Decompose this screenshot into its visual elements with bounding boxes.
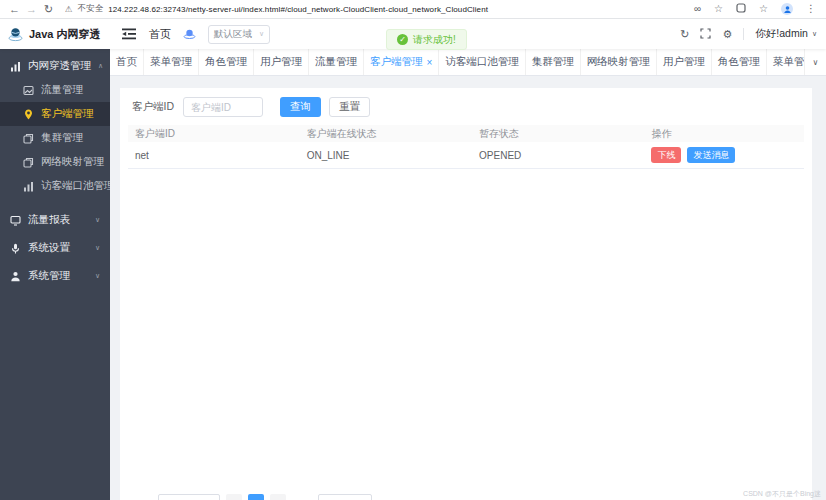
tab-user-management[interactable]: 用户管理	[254, 49, 309, 75]
monitor-icon	[10, 215, 21, 226]
cell-actions: 下线 发送消息	[644, 147, 804, 163]
cell-client-id: net	[128, 150, 300, 161]
tab-network-mapping-management[interactable]: 网络映射管理	[581, 49, 657, 75]
sidebar-item-label: 客户端管理	[41, 107, 94, 121]
tab-role-management[interactable]: 角色管理	[199, 49, 254, 75]
region-select-value: 默认区域	[214, 28, 252, 41]
sidebar: 内网穿透管理 ∧ 流量管理 客户端管理 集群管理 网络映射管理 访客端口池管理 …	[0, 49, 110, 500]
refresh-icon[interactable]: ↻	[680, 29, 689, 40]
chevron-down-icon: ∨	[95, 216, 100, 224]
bookmark-star-icon[interactable]: ☆	[714, 4, 723, 14]
sidebar-item-label: 网络映射管理	[41, 155, 104, 169]
current-page-button[interactable]	[248, 494, 264, 500]
chevron-down-icon: ∨	[259, 30, 264, 38]
sidebar-group-intranet[interactable]: 内网穿透管理 ∧	[0, 54, 110, 78]
link-icon[interactable]: ∞	[694, 4, 701, 14]
greeting-text: 你好!admin	[755, 27, 808, 41]
chevron-up-icon: ∧	[98, 62, 103, 70]
watermark: CSDN @不只是个Bing迷	[743, 489, 821, 499]
browser-reload-icon[interactable]: ↻	[40, 3, 57, 16]
security-label: 不安全	[78, 3, 104, 15]
sidebar-group-system-settings[interactable]: 系统设置 ∨	[0, 234, 110, 262]
tab-role-management-2[interactable]: 角色管理	[712, 49, 767, 75]
sidebar-group-label: 系统管理	[28, 269, 70, 283]
tab-home[interactable]: 首页	[110, 49, 144, 75]
sidebar-item-port-pool[interactable]: 访客端口池管理	[0, 174, 110, 198]
client-table: 客户端ID 客户端在线状态 暂存状态 操作 net ON_LINE OPENED…	[128, 125, 804, 169]
app-title: Java 内网穿透	[29, 27, 101, 42]
user-menu[interactable]: 你好!admin ∨	[755, 27, 817, 41]
sidebar-item-label: 访客端口池管理	[41, 179, 115, 193]
sidebar-group-traffic-report[interactable]: 流量报表 ∨	[0, 206, 110, 234]
tab-client-management[interactable]: 客户端管理 ×	[364, 49, 439, 75]
app-brand: Java 内网穿透	[0, 26, 110, 43]
col-stash-status: 暂存状态	[472, 127, 644, 141]
chevron-down-icon: ∨	[95, 244, 100, 252]
table-header: 客户端ID 客户端在线状态 暂存状态 操作	[128, 125, 804, 142]
sidebar-group-label: 内网穿透管理	[28, 59, 91, 73]
tab-traffic-management[interactable]: 流量管理	[309, 49, 364, 75]
location-pin-icon	[23, 109, 34, 120]
prev-page-button[interactable]	[226, 494, 242, 500]
search-form: 客户端ID 查询 重置	[120, 88, 812, 125]
reset-button[interactable]: 重置	[329, 97, 370, 117]
send-message-button[interactable]: 发送消息	[687, 147, 735, 163]
sidebar-item-cluster[interactable]: 集群管理	[0, 126, 110, 150]
tab-user-management-2[interactable]: 用户管理	[657, 49, 712, 75]
bar-chart-icon	[10, 61, 21, 72]
profile-avatar[interactable]	[781, 3, 793, 15]
sidebar-item-traffic[interactable]: 流量管理	[0, 78, 110, 102]
cell-online-status: ON_LINE	[300, 150, 472, 161]
sidebar-item-client[interactable]: 客户端管理	[0, 102, 110, 126]
tab-close-icon[interactable]: ×	[427, 57, 433, 68]
success-toast: ✓ 请求成功!	[386, 29, 467, 50]
screen: { "icons": { "back_arrow": "←", "forward…	[0, 0, 826, 500]
sidebar-group-system-management[interactable]: 系统管理 ∨	[0, 262, 110, 290]
tab-cluster-management[interactable]: 集群管理	[526, 49, 581, 75]
col-client-id: 客户端ID	[128, 127, 300, 141]
sidebar-item-network-mapping[interactable]: 网络映射管理	[0, 150, 110, 174]
search-label: 客户端ID	[132, 100, 174, 114]
sidebar-group-label: 流量报表	[28, 213, 70, 227]
gear-icon[interactable]: ⚙	[722, 29, 732, 40]
image-icon	[23, 85, 34, 96]
tab-bar: 首页 菜单管理 角色管理 用户管理 流量管理 客户端管理 × 访客端口池管理 集…	[110, 49, 826, 76]
sidebar-item-label: 流量管理	[41, 83, 83, 97]
content-card: 客户端ID 查询 重置 客户端ID 客户端在线状态 暂存状态 操作 net ON…	[120, 88, 812, 500]
region-network-icon[interactable]	[183, 28, 196, 41]
toast-message: 请求成功!	[413, 33, 456, 47]
sidebar-item-label: 集群管理	[41, 131, 83, 145]
url-text: 124.222.48.62:32743/netty-server-ui/inde…	[108, 5, 488, 14]
header-actions: ↻ ⚙ 你好!admin ∨	[680, 27, 826, 41]
page-jump-input[interactable]	[318, 494, 372, 500]
browser-forward-icon[interactable]: →	[23, 3, 40, 15]
browser-toolbar: ← → ↻ ⚠ 不安全 124.222.48.62:32743/netty-se…	[0, 0, 826, 19]
chevron-down-icon: ∨	[812, 30, 817, 38]
address-bar[interactable]: ⚠ 不安全 124.222.48.62:32743/netty-server-u…	[65, 3, 684, 15]
security-warning-icon: ⚠	[65, 4, 73, 14]
sidebar-collapse-icon[interactable]	[122, 28, 136, 40]
tab-label: 客户端管理	[370, 55, 423, 69]
breadcrumb-home[interactable]: 首页	[149, 27, 171, 42]
page-size-select[interactable]	[158, 494, 220, 500]
microphone-icon	[10, 243, 21, 254]
bar-chart-icon	[23, 181, 34, 192]
tab-menu-management[interactable]: 菜单管理	[144, 49, 199, 75]
extensions-star-icon[interactable]: ☆	[759, 4, 768, 14]
browser-back-icon[interactable]: ←	[6, 3, 23, 15]
offline-button[interactable]: 下线	[651, 147, 681, 163]
divider	[743, 28, 744, 40]
sidebar-group-label: 系统设置	[28, 241, 70, 255]
fullscreen-icon[interactable]	[700, 28, 711, 41]
query-button[interactable]: 查询	[280, 97, 321, 117]
table-row: net ON_LINE OPENED 下线 发送消息	[128, 142, 804, 169]
tab-port-pool-management[interactable]: 访客端口池管理	[439, 49, 526, 75]
tabs-icon[interactable]	[736, 3, 746, 15]
tab-overflow-button[interactable]: ∨	[804, 49, 826, 75]
col-online-status: 客户端在线状态	[300, 127, 472, 141]
copy-icon	[23, 133, 34, 144]
next-page-button[interactable]	[270, 494, 286, 500]
browser-menu-icon[interactable]: ⋮	[806, 4, 816, 14]
client-id-input[interactable]	[183, 97, 263, 117]
region-select[interactable]: 默认区域 ∨	[208, 25, 270, 44]
